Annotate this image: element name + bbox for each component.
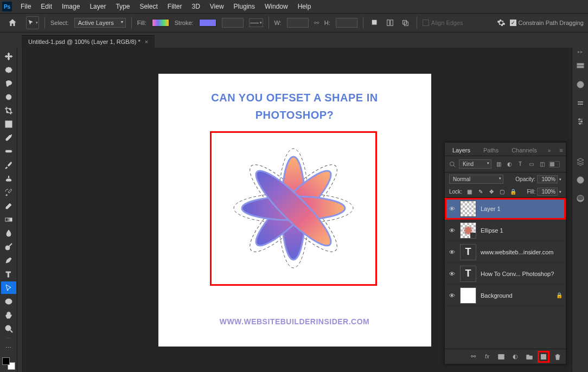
hand-tool[interactable] — [1, 309, 16, 321]
path-alignment-button[interactable] — [384, 17, 396, 29]
menu-view[interactable]: View — [206, 1, 228, 12]
lock-all-icon[interactable]: 🔒 — [510, 189, 516, 195]
add-mask-icon[interactable] — [496, 352, 506, 362]
menu-select[interactable]: Select — [135, 1, 162, 12]
filter-adjust-icon[interactable]: ◐ — [506, 161, 513, 168]
panel-collapse-icon[interactable]: » — [546, 147, 553, 153]
menu-edit[interactable]: Edit — [36, 1, 56, 12]
visibility-toggle-icon[interactable]: 👁 — [448, 271, 456, 277]
layer-name[interactable]: How To Conv... Photoshop? — [481, 271, 563, 277]
layer-row[interactable]: 👁 Layer 1 — [445, 198, 566, 220]
layer-row[interactable]: 👁 Background 🔒 — [445, 285, 566, 306]
new-layer-icon[interactable] — [539, 352, 548, 362]
tab-paths[interactable]: Paths — [479, 145, 503, 156]
color-panel-icon[interactable] — [574, 192, 587, 205]
stroke-style-dropdown[interactable]: ▾ — [249, 18, 263, 27]
height-field[interactable] — [336, 18, 357, 28]
stroke-width-field[interactable] — [222, 18, 244, 28]
tab-close-icon[interactable]: × — [145, 39, 148, 45]
menu-layer[interactable]: Layer — [85, 1, 110, 12]
path-selection-tool[interactable] — [1, 281, 16, 294]
lock-pixels-icon[interactable]: ✎ — [477, 189, 484, 195]
shape-tool[interactable] — [1, 295, 16, 307]
frame-tool[interactable] — [1, 118, 16, 131]
new-adjustment-icon[interactable]: ◐ — [510, 352, 520, 362]
quick-select-tool[interactable] — [1, 91, 16, 103]
history-brush-tool[interactable] — [1, 186, 16, 198]
filter-type-icon[interactable]: T — [516, 161, 524, 168]
menu-window[interactable]: Window — [260, 1, 292, 12]
link-layers-icon[interactable]: ⚯ — [468, 352, 478, 362]
blend-mode-dropdown[interactable]: Normal — [449, 175, 503, 184]
blur-tool[interactable] — [1, 227, 16, 240]
fill-swatch[interactable] — [152, 19, 169, 27]
adjustments-panel-icon[interactable] — [574, 115, 587, 128]
layer-thumbnail[interactable] — [460, 201, 476, 217]
menu-3d[interactable]: 3D — [187, 1, 204, 12]
layer-row[interactable]: 👁 T How To Conv... Photoshop? — [445, 263, 566, 285]
layer-row[interactable]: 👁 T www.websiteb...insider.com — [445, 241, 566, 263]
pen-tool[interactable] — [1, 254, 16, 267]
fill-opacity-field[interactable]: 100% — [537, 188, 558, 196]
menu-plugins[interactable]: Plugins — [229, 1, 259, 12]
tab-channels[interactable]: Channels — [507, 145, 541, 156]
layer-thumbnail[interactable] — [460, 222, 476, 239]
tab-layers[interactable]: Layers — [448, 145, 475, 156]
layer-name[interactable]: Ellipse 1 — [481, 227, 563, 234]
eyedropper-tool[interactable] — [1, 132, 16, 144]
zoom-tool[interactable] — [1, 323, 16, 335]
filter-smart-icon[interactable]: ◫ — [538, 161, 546, 168]
layer-name[interactable]: Background — [481, 292, 552, 299]
marquee-tool[interactable] — [1, 63, 16, 76]
move-tool[interactable] — [1, 50, 16, 62]
search-icon[interactable] — [449, 161, 456, 168]
document-tab[interactable]: Untitled-1.psd @ 100% (Layer 1, RGB/8) *… — [22, 35, 155, 48]
healing-tool[interactable] — [1, 145, 16, 158]
constrain-checkbox[interactable]: ✓ Constrain Path Dragging — [510, 20, 584, 26]
menu-type[interactable]: Type — [111, 1, 134, 12]
home-button[interactable] — [4, 16, 21, 29]
foreground-color-swatch[interactable] — [2, 357, 10, 365]
dodge-tool[interactable] — [1, 241, 16, 253]
panel-menu-icon[interactable]: ≡ — [557, 147, 565, 153]
type-tool[interactable]: T — [1, 268, 16, 280]
history-panel-icon[interactable] — [574, 60, 587, 73]
edit-toolbar-button[interactable]: ⋯ — [1, 342, 16, 354]
align-edges-checkbox[interactable]: Align Edges — [423, 20, 463, 26]
lock-position-icon[interactable]: ✥ — [488, 189, 495, 195]
menu-help[interactable]: Help — [293, 1, 316, 12]
filter-kind-dropdown[interactable]: Kind — [459, 159, 491, 169]
visibility-toggle-icon[interactable]: 👁 — [448, 249, 456, 255]
menu-file[interactable]: File — [16, 1, 35, 12]
crop-tool[interactable] — [1, 105, 16, 117]
opacity-field[interactable]: 100% — [537, 175, 558, 183]
actions-panel-icon[interactable] — [574, 78, 587, 91]
current-tool-icon[interactable]: ▾ — [26, 16, 39, 29]
filter-shape-icon[interactable]: ▭ — [527, 161, 535, 168]
layer-thumbnail[interactable] — [460, 287, 476, 304]
gear-icon[interactable] — [497, 18, 506, 27]
lasso-tool[interactable] — [1, 77, 16, 89]
menu-image[interactable]: Image — [57, 1, 84, 12]
stroke-swatch[interactable] — [199, 19, 216, 27]
filter-pixel-icon[interactable]: ▥ — [495, 161, 502, 168]
path-arrangement-button[interactable] — [399, 17, 411, 29]
delete-layer-icon[interactable] — [553, 352, 563, 362]
path-operations-button[interactable] — [369, 17, 381, 29]
lock-transparency-icon[interactable]: ▦ — [466, 189, 473, 195]
visibility-toggle-icon[interactable]: 👁 — [448, 206, 456, 212]
visibility-toggle-icon[interactable]: 👁 — [448, 227, 456, 234]
layers-panel-icon[interactable] — [574, 155, 587, 168]
new-group-icon[interactable] — [525, 352, 534, 362]
properties-panel-icon[interactable] — [574, 174, 587, 187]
eraser-tool[interactable] — [1, 200, 16, 212]
width-field[interactable] — [287, 18, 309, 28]
layer-name[interactable]: www.websiteb...insider.com — [481, 249, 563, 255]
clone-stamp-tool[interactable] — [1, 172, 16, 185]
brushes-panel-icon[interactable] — [574, 97, 587, 110]
menu-filter[interactable]: Filter — [163, 1, 187, 12]
filter-toggle[interactable] — [549, 161, 560, 168]
layer-row[interactable]: 👁 Ellipse 1 — [445, 220, 566, 241]
right-panel-grip[interactable]: ▸▸ — [578, 50, 583, 54]
link-wh-icon[interactable]: ⚯ — [314, 20, 319, 27]
